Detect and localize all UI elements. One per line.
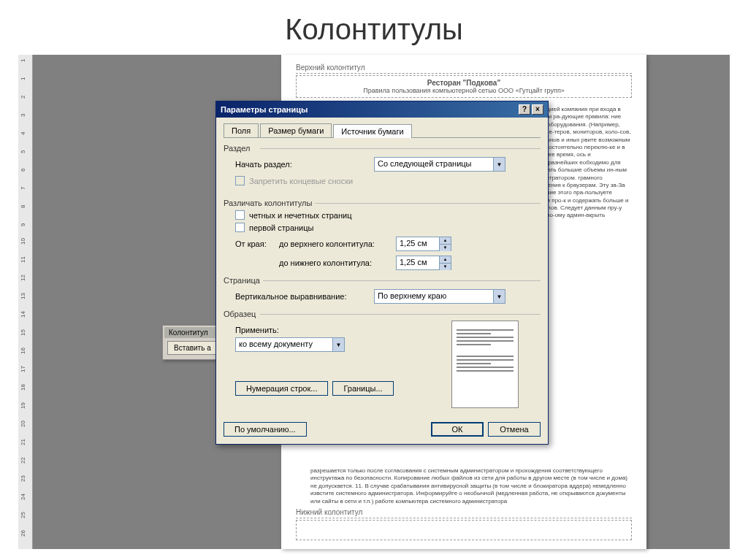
valign-value: По верхнему краю [375,290,493,303]
tab-paper-size[interactable]: Размер бумаги [260,123,332,137]
header-region-label: Верхний колонтитул [296,64,632,74]
default-button[interactable]: По умолчанию... [224,422,307,437]
toolbar-title: Колонтитул [164,327,221,338]
close-button[interactable]: × [532,104,543,115]
tab-paper-source[interactable]: Источник бумаги [333,124,411,138]
dropdown-arrow-icon: ▼ [493,290,505,303]
header-footer-toolbar[interactable]: Колонтитул Вставить а [162,325,223,360]
page-setup-dialog: Параметры страницы ? × Поля Размер бумаг… [215,101,549,445]
page-group-label: Страница [224,276,541,285]
apply-label: Применить: [235,326,294,334]
spin-up-icon[interactable]: ▲ [440,256,451,264]
footer-region-label: Нижний колонтитул [296,508,632,518]
dialog-title: Параметры страницы [221,105,308,114]
page-preview [451,321,519,408]
spin-down-icon[interactable]: ▼ [440,264,451,270]
header-region[interactable]: Верхний колонтитул Ресторан "Подкова" Пр… [296,64,632,98]
suppress-endnotes-checkbox: Запретить концевые сноски [235,176,541,185]
ok-button[interactable]: ОК [431,422,484,437]
header-content[interactable]: Ресторан "Подкова" Правила пользования к… [296,75,632,98]
slide-title: Колонтитулы [0,0,748,53]
from-edge-label: От края: [235,239,279,248]
dropdown-arrow-icon: ▼ [493,158,505,171]
to-footer-label: до нижнего колонтитула: [279,258,396,267]
cancel-button[interactable]: Отмена [488,422,541,437]
app-viewport: 1 1 2 3 4 5 6 7 8 9 10 11 12 13 14 15 16… [18,55,730,549]
dropdown-arrow-icon: ▼ [332,338,344,351]
footer-margin-value[interactable]: 1,25 см [397,256,439,269]
section-group-label: Раздел [224,144,541,153]
spin-down-icon[interactable]: ▼ [440,245,451,251]
help-button[interactable]: ? [519,104,530,115]
dialog-tabs: Поля Размер бумаги Источник бумаги [224,123,541,138]
sample-group-label: Образец [224,310,541,318]
insert-autotext-button[interactable]: Вставить а [167,341,218,355]
document-bottom-fragment: разрешается только после согласования с … [310,467,632,505]
header-rules-text: Правила пользования компьютерной сетью О… [302,87,625,94]
first-page-checkbox[interactable]: первой страницы [235,223,541,232]
apply-value: ко всему документу [236,338,332,351]
footer-margin-spinner[interactable]: 1,25 см ▲▼ [396,256,451,270]
headers-group-label: Различать колонтитулы [224,199,541,207]
section-start-label: Начать раздел: [235,160,374,169]
checkbox-box[interactable] [235,210,245,220]
apply-dropdown[interactable]: ко всему документу ▼ [235,337,345,352]
checkbox-box [235,176,245,185]
header-restaurant-name: Ресторан "Подкова" [302,79,625,87]
footer-content[interactable] [296,520,632,540]
section-start-dropdown[interactable]: Со следующей страницы ▼ [374,157,505,172]
tab-fields[interactable]: Поля [224,123,259,137]
section-start-value: Со следующей страницы [375,158,493,171]
dialog-titlebar[interactable]: Параметры страницы ? × [216,101,548,118]
spin-up-icon[interactable]: ▲ [440,237,451,245]
checkbox-box[interactable] [235,223,245,232]
valign-label: Вертикальное выравнивание: [235,292,374,301]
header-margin-spinner[interactable]: 1,25 см ▲▼ [396,237,451,251]
header-margin-value[interactable]: 1,25 см [397,237,439,250]
valign-dropdown[interactable]: По верхнему краю ▼ [374,289,505,304]
vertical-ruler: 1 1 2 3 4 5 6 7 8 9 10 11 12 13 14 15 16… [18,55,33,549]
odd-even-checkbox[interactable]: четных и нечетных страниц [235,210,541,220]
line-numbers-button[interactable]: Нумерация строк... [235,381,328,396]
borders-button[interactable]: Границы... [332,381,393,396]
to-header-label: до верхнего колонтитула: [279,239,396,248]
footer-region[interactable]: Нижний колонтитул [296,508,632,540]
